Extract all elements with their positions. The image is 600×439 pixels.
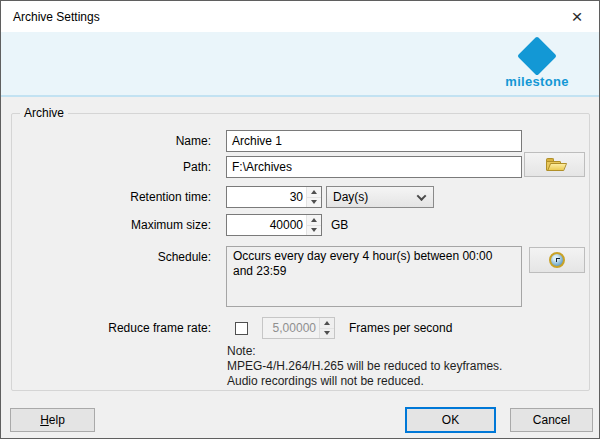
frames-per-second-label: Frames per second <box>349 321 452 335</box>
path-label: Path: <box>12 156 211 178</box>
spin-up-button <box>320 318 334 328</box>
retention-row: Retention time: 30 Day(s) <box>12 186 434 208</box>
chevron-down-icon <box>417 191 427 201</box>
close-icon: × <box>571 7 582 26</box>
cancel-button-label: Cancel <box>533 413 570 427</box>
frame-rate-spin-arrows <box>319 318 334 338</box>
spin-down-button[interactable] <box>307 197 321 208</box>
reduce-frame-rate-checkbox[interactable] <box>235 322 248 335</box>
ok-button[interactable]: OK <box>405 407 496 433</box>
spin-down-button[interactable] <box>307 225 321 236</box>
folder-icon <box>545 158 565 172</box>
close-button[interactable]: × <box>555 1 599 31</box>
milestone-diamond-icon <box>517 36 557 76</box>
banner: milestone <box>1 32 599 97</box>
archive-settings-dialog: Archive Settings × milestone Archive Nam… <box>0 0 600 439</box>
schedule-text: Occurs every day every 4 hour(s) between… <box>233 249 492 278</box>
name-value: Archive 1 <box>232 134 282 148</box>
reduce-frame-rate-row: Reduce frame rate: 5,00000 Frames per se… <box>12 317 452 339</box>
down-arrow-icon <box>311 228 317 232</box>
spin-down-button <box>320 328 334 339</box>
note-title: Note: <box>227 344 502 359</box>
frame-rate-value: 5,00000 <box>263 321 319 335</box>
maximum-size-value: 40000 <box>227 218 306 232</box>
archive-groupbox: Archive Name: Archive 1 Path: F:\Archive… <box>11 113 590 391</box>
path-value: F:\Archives <box>232 160 292 174</box>
max-size-spin-arrows <box>306 215 321 235</box>
up-arrow-icon <box>311 218 317 222</box>
retention-unit-selected: Day(s) <box>333 190 368 204</box>
gb-unit-label: GB <box>331 218 348 232</box>
name-input[interactable]: Archive 1 <box>226 130 522 152</box>
ok-button-label: OK <box>442 413 459 427</box>
edit-schedule-button[interactable] <box>529 247 585 273</box>
maximum-size-label: Maximum size: <box>12 214 211 236</box>
note-block: Note: MPEG-4/H.264/H.265 will be reduced… <box>227 344 502 389</box>
milestone-logo: milestone <box>499 37 575 89</box>
milestone-logo-text: milestone <box>499 74 575 89</box>
spin-up-button[interactable] <box>307 187 321 197</box>
path-row: Path: F:\Archives <box>12 156 522 178</box>
clock-icon <box>549 252 565 268</box>
max-size-row: Maximum size: 40000 GB <box>12 214 348 236</box>
up-arrow-icon <box>324 321 330 325</box>
schedule-row: Schedule: Occurs every day every 4 hour(… <box>12 246 522 307</box>
retention-unit-dropdown[interactable]: Day(s) <box>326 186 434 208</box>
window-title: Archive Settings <box>13 10 100 24</box>
path-input[interactable]: F:\Archives <box>226 156 522 178</box>
help-button[interactable]: Help <box>10 408 95 432</box>
note-line: MPEG-4/H.264/H.265 will be reduced to ke… <box>227 359 502 374</box>
name-label: Name: <box>12 130 211 152</box>
down-arrow-icon <box>311 200 317 204</box>
browse-path-button[interactable] <box>524 152 585 177</box>
note-line: Audio recordings will not be reduced. <box>227 374 502 389</box>
up-arrow-icon <box>311 190 317 194</box>
schedule-display: Occurs every day every 4 hour(s) between… <box>226 246 522 307</box>
archive-groupbox-label: Archive <box>20 106 68 120</box>
name-row: Name: Archive 1 <box>12 130 522 152</box>
titlebar: Archive Settings <box>1 1 599 32</box>
retention-time-value: 30 <box>227 190 306 204</box>
reduce-frame-rate-label: Reduce frame rate: <box>12 317 211 339</box>
help-button-label: Help <box>40 413 65 427</box>
frame-rate-spinner: 5,00000 <box>262 317 335 339</box>
maximum-size-spinner[interactable]: 40000 <box>226 214 322 236</box>
down-arrow-icon <box>324 331 330 335</box>
retention-time-label: Retention time: <box>12 186 211 208</box>
spin-up-button[interactable] <box>307 215 321 225</box>
cancel-button[interactable]: Cancel <box>510 408 593 432</box>
schedule-label: Schedule: <box>12 246 211 268</box>
retention-time-spinner[interactable]: 30 <box>226 186 322 208</box>
retention-spin-arrows <box>306 187 321 207</box>
